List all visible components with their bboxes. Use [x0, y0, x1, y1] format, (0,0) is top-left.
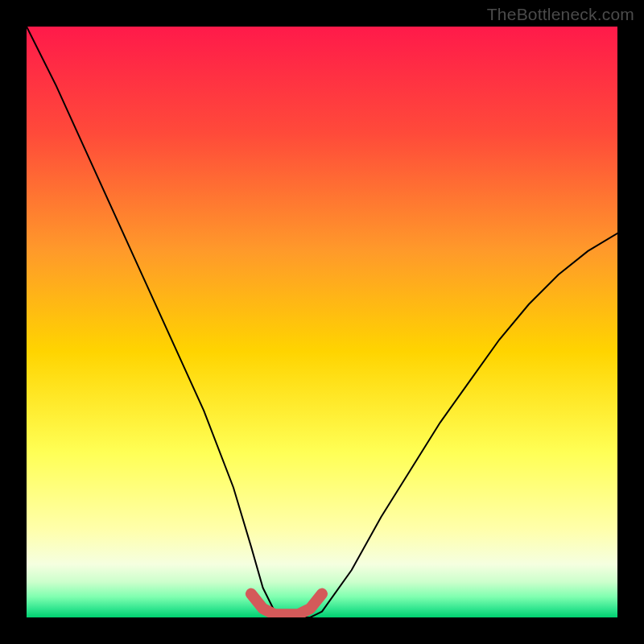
- bottleneck-curve: [27, 27, 617, 617]
- optimal-range-highlight: [251, 594, 322, 615]
- chart-frame: TheBottleneck.com: [0, 0, 644, 644]
- watermark-text: TheBottleneck.com: [487, 5, 634, 24]
- curve-layer: [27, 27, 617, 617]
- plot-area: [27, 27, 617, 617]
